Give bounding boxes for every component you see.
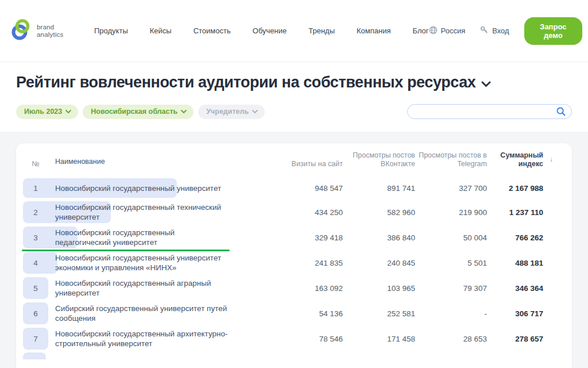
- content-section: № Наименование Визиты на сайт Просмотры …: [0, 132, 588, 368]
- search-box: [407, 104, 572, 119]
- row-rank: 3: [23, 233, 48, 242]
- row-visits: 54 136: [234, 309, 343, 318]
- request-demo-button[interactable]: Запрос демо: [524, 17, 582, 45]
- chevron-down-icon: [252, 110, 258, 113]
- sort-desc-icon[interactable]: ↓: [550, 155, 553, 164]
- page-header-section: Рейтинг вовлеченности аудитории на собст…: [0, 62, 588, 132]
- row-rank: 2: [23, 208, 48, 217]
- row-rank: 4: [23, 259, 48, 267]
- chevron-down-icon: [481, 81, 491, 87]
- column-header-rank: №: [23, 160, 48, 168]
- row-rank: 1: [23, 184, 48, 193]
- table-header-row: № Наименование Визиты на сайт Просмотры …: [23, 151, 543, 177]
- column-header-visits[interactable]: Визиты на сайт: [234, 160, 343, 168]
- row-visits: 78 546: [234, 335, 343, 343]
- row-vk: 252 581: [343, 309, 415, 318]
- row-name: Новосибирский государственный университе…: [48, 182, 234, 195]
- row-total-index: 346 364: [487, 284, 543, 293]
- filters-row: Июль 2023 Новосибирская область Учредите…: [16, 104, 572, 119]
- table-row[interactable]: 5 Новосибирский государственный аграрный…: [23, 275, 543, 301]
- page-title-text: Рейтинг вовлеченности аудитории на собст…: [16, 74, 475, 91]
- nav-item-cases[interactable]: Кейсы: [150, 26, 172, 35]
- row-visits: 948 547: [234, 184, 343, 193]
- brand-logo-text: brand analytics: [37, 24, 64, 38]
- table-row[interactable]: 7 Новосибирский государственный архитект…: [23, 326, 543, 351]
- row-telegram: 28 653: [415, 335, 487, 343]
- nav-item-products[interactable]: Продукты: [94, 26, 128, 35]
- row-telegram: 79 307: [415, 284, 487, 293]
- row-telegram: 50 004: [415, 233, 487, 242]
- row-vk: 386 840: [343, 233, 415, 242]
- filter-region[interactable]: Новосибирская область: [83, 105, 194, 119]
- nav-item-trends[interactable]: Тренды: [308, 26, 335, 35]
- filter-founder[interactable]: Учредитель: [198, 105, 265, 119]
- table-row[interactable]: 3 Новосибирский государственный педагоги…: [23, 225, 543, 250]
- chevron-down-icon: [65, 110, 71, 113]
- row-telegram: 219 900: [415, 208, 487, 217]
- row-rank: 6: [23, 309, 48, 318]
- search-input[interactable]: [407, 104, 572, 119]
- row-telegram: -: [415, 309, 487, 318]
- row-vk: 891 741: [343, 184, 415, 193]
- key-icon: [480, 26, 489, 36]
- table-row[interactable]: 6 Сибирский государственный университет …: [23, 301, 543, 326]
- column-header-vk[interactable]: Просмотры постов ВКонтакте: [343, 151, 415, 168]
- globe-icon: [429, 26, 438, 36]
- row-rank: 5: [23, 284, 48, 293]
- row-total-index: 1 237 110: [487, 208, 543, 217]
- selected-row-underline: [22, 250, 230, 251]
- nav-item-education[interactable]: Обучение: [253, 26, 287, 35]
- row-vk: 103 965: [343, 284, 415, 293]
- top-navigation-bar: brand analytics Продукты Кейсы Стоимость…: [0, 0, 588, 62]
- row-visits: 434 250: [234, 208, 343, 217]
- row-visits: 329 418: [234, 233, 343, 242]
- brand-logo-icon: [10, 18, 33, 44]
- column-header-telegram[interactable]: Просмотры постов в Telegram: [415, 151, 487, 168]
- table-row[interactable]: 2 Новосибирский государственный техничес…: [23, 200, 543, 225]
- table-row[interactable]: 1 Новосибирский государственный универси…: [23, 177, 543, 200]
- row-name: Новосибирский государственный педагогиче…: [48, 226, 234, 249]
- region-selector[interactable]: Россия: [429, 26, 466, 36]
- topbar-right: Россия Вход Запрос демо: [429, 17, 582, 45]
- table-body: 1 Новосибирский государственный универси…: [23, 177, 543, 351]
- row-vk: 240 845: [343, 259, 415, 267]
- row-telegram: 327 700: [415, 184, 487, 193]
- rating-table-card: № Наименование Визиты на сайт Просмотры …: [16, 143, 572, 368]
- row-name: Новосибирский государственный архитектур…: [48, 327, 234, 350]
- row-rank: 7: [23, 335, 48, 343]
- column-header-name: Наименование: [48, 155, 234, 168]
- nav-item-company[interactable]: Компания: [357, 26, 391, 35]
- search-icon[interactable]: [556, 106, 566, 119]
- table-row[interactable]: 4 Новосибирский государственный универси…: [23, 250, 543, 275]
- row-total-index: 488 181: [487, 259, 543, 267]
- row-name: Новосибирский государственный технически…: [48, 201, 234, 224]
- brand-logo[interactable]: brand analytics: [10, 18, 78, 44]
- page-title[interactable]: Рейтинг вовлеченности аудитории на собст…: [16, 74, 572, 91]
- login-link[interactable]: Вход: [480, 26, 509, 36]
- row-telegram: 5 501: [415, 259, 487, 267]
- chevron-down-icon: [181, 110, 187, 113]
- row-total-index: 306 717: [487, 309, 543, 318]
- next-row-partial-bar: [23, 352, 46, 359]
- row-visits: 241 835: [234, 259, 343, 267]
- row-name: Новосибирский государственный университе…: [48, 251, 234, 274]
- filter-period[interactable]: Июль 2023: [16, 105, 78, 119]
- row-total-index: 278 657: [487, 335, 543, 343]
- main-nav: Продукты Кейсы Стоимость Обучение Тренды…: [94, 26, 429, 35]
- row-total-index: 2 167 988: [487, 184, 543, 193]
- row-name: Сибирский государственный университет пу…: [48, 302, 234, 325]
- column-header-total-index[interactable]: Суммарный индекс ↓: [487, 151, 543, 168]
- row-vk: 171 458: [343, 335, 415, 343]
- row-name: Новосибирский государственный аграрный у…: [48, 277, 234, 300]
- nav-item-pricing[interactable]: Стоимость: [194, 26, 231, 35]
- nav-item-blog[interactable]: Блог: [413, 26, 429, 35]
- row-vk: 582 960: [343, 208, 415, 217]
- row-visits: 163 092: [234, 284, 343, 293]
- row-total-index: 766 262: [487, 233, 543, 242]
